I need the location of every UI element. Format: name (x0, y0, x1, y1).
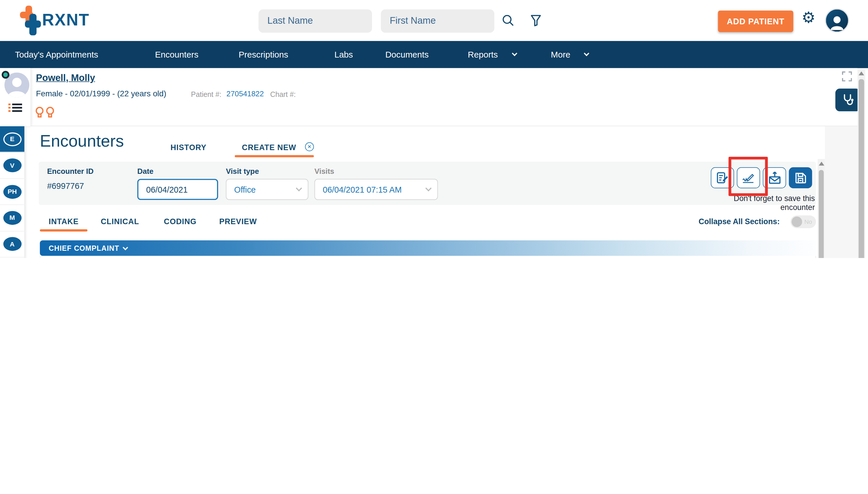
rail-item[interactable]: A (0, 231, 24, 258)
rxnt-logo-icon (20, 5, 41, 35)
brand-name: RXNT (42, 11, 89, 29)
nav-more[interactable]: More (551, 50, 570, 60)
first-name-input[interactable]: First Name (381, 10, 494, 33)
user-avatar[interactable] (825, 8, 849, 33)
visit-type-select[interactable]: Office (226, 179, 308, 200)
scroll-up-arrow[interactable] (859, 72, 864, 75)
richtext-toolbar: B I U S Normal▼ 16▼ Font▼ 123 (40, 256, 816, 258)
nav-reports[interactable]: Reports (468, 50, 498, 60)
main-nav: Today's Appointments Encounters Prescrip… (0, 41, 868, 68)
save-encounter-button[interactable] (789, 167, 812, 188)
rail-item[interactable]: E (0, 127, 24, 153)
date-label: Date (137, 167, 153, 175)
active-tab-underline (235, 155, 314, 157)
annotation-red-box (729, 157, 768, 196)
patient-number-link[interactable]: 270541822 (227, 90, 264, 98)
active-tab-underline (40, 229, 88, 232)
tab-history[interactable]: HISTORY (170, 143, 206, 152)
toggle-knob (792, 216, 802, 227)
tab-create-new[interactable]: CREATE NEW (242, 143, 296, 152)
app-window: RXNT Last Name First Name ADD PATIENT ⚙ … (0, 0, 868, 258)
fullscreen-icon[interactable] (842, 72, 852, 81)
chevron-down-icon (584, 51, 589, 56)
date-input[interactable]: 06/04/2021 (137, 179, 218, 200)
lightbulb-icon[interactable] (45, 107, 55, 119)
nav-labs[interactable]: Labs (335, 50, 353, 60)
encounter-id-label: Encounter ID (47, 167, 94, 175)
nav-prescriptions[interactable]: Prescriptions (239, 50, 288, 60)
inner-scrollbar-thumb[interactable] (819, 170, 824, 258)
tab-preview[interactable]: PREVIEW (219, 217, 257, 226)
stethoscope-icon (841, 93, 855, 107)
chief-complaint-header[interactable]: CHIEF COMPLAINT (40, 240, 816, 256)
collapse-all-label: Collapse All Sections: (699, 217, 780, 226)
visits-label: Visits (315, 167, 334, 175)
tab-intake[interactable]: INTAKE (49, 217, 78, 226)
outer-scrollbar-thumb[interactable] (859, 79, 864, 258)
nav-documents[interactable]: Documents (385, 50, 429, 60)
right-gutter (825, 127, 857, 258)
rail-item[interactable]: PH (0, 179, 24, 205)
scroll-up-arrow[interactable] (818, 162, 824, 166)
chevron-down-icon (425, 185, 432, 191)
stethoscope-button[interactable] (835, 89, 860, 111)
patient-status-dot (2, 71, 10, 79)
encounter-id-value: #6997767 (47, 181, 84, 191)
patient-number-label: Patient #: (191, 90, 221, 99)
nav-encounters[interactable]: Encounters (155, 50, 199, 60)
collapse-all-toggle[interactable]: No (790, 215, 816, 228)
visit-type-label: Visit type (226, 167, 259, 175)
rail-item[interactable]: V (0, 152, 24, 179)
add-patient-button[interactable]: ADD PATIENT (718, 11, 793, 32)
settings-gear-icon[interactable]: ⚙ (801, 10, 815, 25)
person-icon (828, 13, 846, 32)
patient-demographics: Female - 02/01/1999 - (22 years old) (36, 89, 166, 98)
last-name-input[interactable]: Last Name (259, 10, 372, 33)
top-bar: RXNT Last Name First Name ADD PATIENT ⚙ (0, 0, 868, 41)
chief-complaint-section: CHIEF COMPLAINT B I U S Normal▼ 16▼ Font… (40, 240, 816, 258)
patient-list-icon[interactable] (8, 103, 22, 113)
chevron-down-icon (296, 185, 302, 191)
save-floppy-icon (794, 171, 807, 185)
lightbulb-icon[interactable] (35, 107, 44, 119)
filter-icon[interactable] (529, 14, 543, 27)
envelope-upload-icon (768, 171, 781, 185)
patient-name-link[interactable]: Powell, Molly (36, 73, 95, 83)
nav-todays-appointments[interactable]: Today's Appointments (15, 50, 98, 60)
patient-section-rail: E V PH M A P I P L PD N A R A (0, 127, 24, 258)
chevron-down-icon (512, 51, 517, 56)
visits-select[interactable]: 06/04/2021 07:15 AM (315, 179, 438, 200)
page-title: Encounters (40, 132, 124, 151)
chevron-down-icon (123, 245, 129, 250)
save-reminder-text: Don't forget to save this encounter (698, 194, 815, 211)
close-create-new-icon[interactable]: ✕ (305, 142, 314, 151)
tab-clinical[interactable]: CLINICAL (101, 217, 139, 226)
tab-coding[interactable]: CODING (164, 217, 196, 226)
search-icon[interactable] (502, 14, 515, 27)
clipboard-edit-icon (716, 171, 729, 185)
chart-number-label: Chart #: (270, 90, 296, 99)
rail-item[interactable]: M (0, 205, 24, 231)
